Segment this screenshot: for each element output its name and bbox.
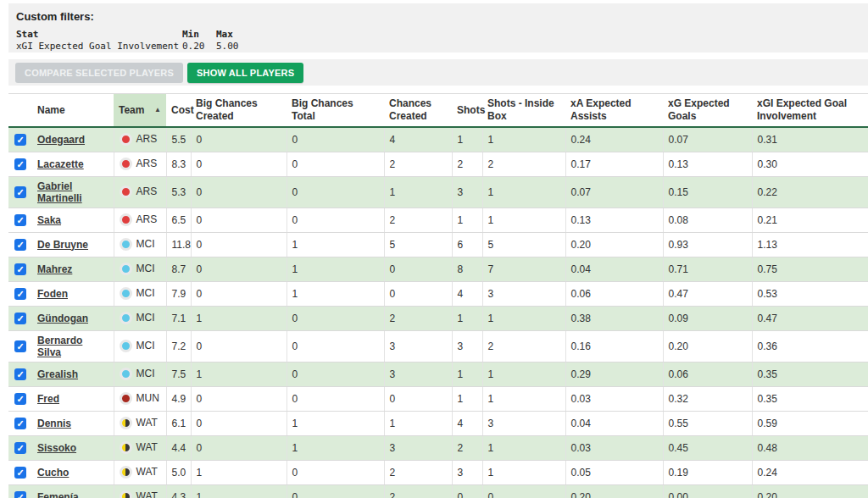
cell-cost: 7.5 <box>166 362 191 386</box>
team-code: MCI <box>136 340 155 351</box>
team-code: ARS <box>136 185 158 197</box>
column-label: Team <box>119 104 144 117</box>
cell-shots: 1 <box>452 386 482 411</box>
player-name-link[interactable]: Foden <box>37 288 68 300</box>
cell-bct: 0 <box>287 460 384 484</box>
player-name-link[interactable]: Mahrez <box>37 263 72 275</box>
custom-filters-panel: Custom filters: Stat Min Max xGI Expecte… <box>8 3 868 53</box>
cell-xgi: 0.36 <box>752 330 868 362</box>
table-row: ✓CuchoWAT5.0102310.050.190.24 <box>8 460 868 484</box>
row-checkbox[interactable]: ✓ <box>14 491 26 498</box>
row-checkbox[interactable]: ✓ <box>14 158 26 170</box>
player-name-link[interactable]: Gabriel Martinelli <box>37 180 82 204</box>
row-checkbox[interactable]: ✓ <box>14 239 26 251</box>
row-checkbox[interactable]: ✓ <box>14 186 26 198</box>
team-badge-icon <box>120 392 132 405</box>
team-badge-icon <box>120 263 132 275</box>
cell-cc: 1 <box>384 411 452 435</box>
custom-filters-table: Stat Min Max xGI Expected Goal Involveme… <box>16 29 868 53</box>
cell-xg: 0.07 <box>663 127 752 152</box>
column-header-bct[interactable]: Big Chances Total <box>287 94 384 128</box>
show-all-players-button[interactable]: SHOW ALL PLAYERS <box>187 63 303 83</box>
row-checkbox[interactable]: ✓ <box>14 467 26 479</box>
team-code: WAT <box>136 441 158 453</box>
team-badge-icon <box>120 466 132 479</box>
cell-bct: 1 <box>287 257 384 281</box>
cell-shots: 1 <box>452 362 482 386</box>
team-badge-icon <box>120 238 132 251</box>
row-checkbox[interactable]: ✓ <box>14 340 26 352</box>
player-name-link[interactable]: Lacazette <box>37 158 84 170</box>
cell-bct: 0 <box>287 330 384 362</box>
table-row: ✓FodenMCI7.9010430.060.470.53 <box>8 281 868 306</box>
cell-shots: 2 <box>452 435 482 460</box>
column-header-name[interactable]: Name <box>32 94 114 128</box>
cell-cc: 2 <box>384 208 452 232</box>
player-name-link[interactable]: Fred <box>37 393 59 405</box>
player-name-link[interactable]: Bernardo Silva <box>37 335 82 358</box>
column-header-xgi[interactable]: xGI Expected Goal Involvement <box>752 94 868 128</box>
table-row: ✓FredMUN4.9000110.030.320.35 <box>8 386 868 411</box>
column-header-cost[interactable]: Cost <box>166 94 191 128</box>
player-name-link[interactable]: Dennis <box>37 418 71 429</box>
row-checkbox[interactable]: ✓ <box>14 418 26 429</box>
cell-bcc: 0 <box>191 386 287 411</box>
cell-cost: 4.4 <box>166 435 191 460</box>
column-header-shots[interactable]: Shots <box>452 94 482 128</box>
row-checkbox[interactable]: ✓ <box>14 214 26 226</box>
cell-xg: 0.13 <box>663 152 752 176</box>
cell-xgi: 0.30 <box>752 152 868 176</box>
cell-xa: 0.04 <box>565 411 663 435</box>
cell-sib: 1 <box>482 460 565 484</box>
player-name-link[interactable]: Sissoko <box>37 442 76 454</box>
column-header-team[interactable]: Team▲ <box>114 94 166 128</box>
cell-cc: 0 <box>384 386 452 411</box>
table-row: ✓SissokoWAT4.4013210.030.450.48 <box>8 435 868 460</box>
cell-xg: 0.32 <box>663 386 752 411</box>
row-checkbox[interactable]: ✓ <box>14 288 26 300</box>
table-header-row: NameTeam▲CostBig Chances CreatedBig Chan… <box>8 94 868 128</box>
player-name-link[interactable]: De Bruyne <box>37 239 88 251</box>
row-checkbox[interactable]: ✓ <box>14 134 26 146</box>
player-name-link[interactable]: Cucho <box>37 467 69 479</box>
cell-bcc: 0 <box>191 435 287 460</box>
cell-bct: 1 <box>287 281 384 306</box>
cell-bct: 1 <box>287 232 384 257</box>
cell-xgi: 0.59 <box>752 411 868 435</box>
row-checkbox[interactable]: ✓ <box>14 313 26 324</box>
cell-bct: 0 <box>287 127 384 152</box>
column-header-xa[interactable]: xA Expected Assists <box>565 94 663 128</box>
cell-xg: 0.09 <box>663 306 752 330</box>
column-header-sib[interactable]: Shots - Inside Box <box>482 94 565 128</box>
team-badge-icon <box>120 368 132 380</box>
player-name-link[interactable]: Saka <box>37 214 61 226</box>
row-checkbox[interactable]: ✓ <box>14 393 26 405</box>
compare-selected-players-button[interactable]: COMPARE SELECTED PLAYERS <box>15 63 183 83</box>
player-name-link[interactable]: Odegaard <box>37 134 85 146</box>
cell-sib: 1 <box>482 435 565 460</box>
row-checkbox[interactable]: ✓ <box>14 368 26 380</box>
row-checkbox[interactable]: ✓ <box>14 442 26 454</box>
cell-xgi: 1.13 <box>752 232 868 257</box>
column-header-cc[interactable]: Chances Created <box>384 94 452 128</box>
cell-cost: 8.7 <box>166 257 191 281</box>
cell-bcc: 1 <box>191 306 287 330</box>
row-checkbox[interactable]: ✓ <box>14 263 26 275</box>
cell-shots: 1 <box>452 208 482 232</box>
team-code: MCI <box>136 368 155 379</box>
table-row: ✓GrealishMCI7.5103110.290.060.35 <box>8 362 868 386</box>
cell-cc: 5 <box>384 232 452 257</box>
cell-cc: 0 <box>384 281 452 306</box>
cell-sib: 1 <box>482 208 565 232</box>
cell-xg: 0.00 <box>663 484 752 498</box>
cell-xa: 0.05 <box>565 460 663 484</box>
team-code: MCI <box>136 312 155 324</box>
table-row: ✓DennisWAT6.1011430.040.550.59 <box>8 411 868 435</box>
player-name-link[interactable]: Femenía <box>37 491 79 498</box>
column-header-xg[interactable]: xG Expected Goals <box>663 94 752 128</box>
column-header-bcc[interactable]: Big Chances Created <box>191 94 287 128</box>
cell-xa: 0.16 <box>565 330 663 362</box>
cell-cost: 7.1 <box>166 306 191 330</box>
player-name-link[interactable]: Gündogan <box>37 313 88 324</box>
player-name-link[interactable]: Grealish <box>37 368 78 380</box>
